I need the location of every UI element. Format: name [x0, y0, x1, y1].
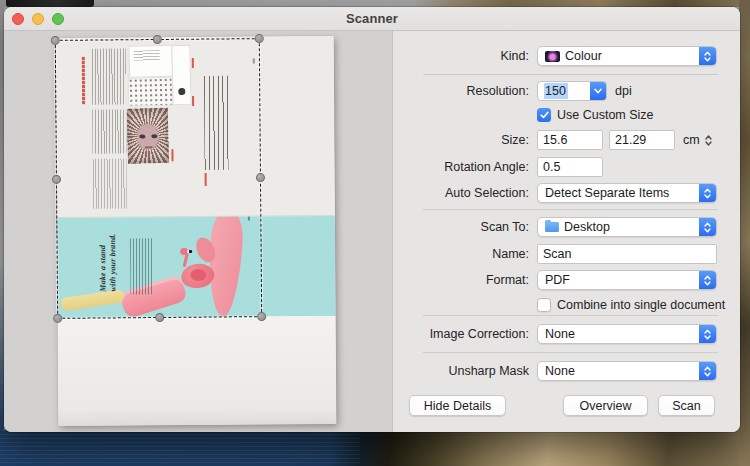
image-correction-row: Image Correction: None	[393, 324, 717, 344]
resolution-row: Resolution: 150 dpi	[393, 81, 632, 101]
unsharp-mask-row: Unsharp Mask None	[393, 361, 717, 381]
up-down-chevrons-icon	[699, 184, 716, 202]
unsharp-mask-value: None	[545, 364, 575, 378]
auto-selection-label: Auto Selection:	[393, 186, 537, 200]
image-correction-value: None	[545, 327, 575, 341]
overview-button[interactable]: Overview	[563, 395, 648, 416]
separator	[423, 74, 718, 75]
desktop-right-cliff	[739, 0, 750, 466]
up-down-chevrons-icon	[699, 271, 716, 289]
use-custom-size-checkbox[interactable]	[537, 108, 551, 122]
image-correction-popup[interactable]: None	[537, 324, 717, 344]
use-custom-size-label: Use Custom Size	[557, 108, 654, 122]
scan-to-popup[interactable]: Desktop	[537, 217, 717, 237]
up-down-chevrons-icon	[699, 362, 716, 380]
name-row: Name:	[393, 244, 717, 264]
window-title: Scanner	[4, 7, 740, 30]
resolution-combo[interactable]: 150	[537, 81, 607, 101]
desktop-dark-object	[6, 0, 94, 7]
chevron-down-icon	[590, 82, 606, 100]
resolution-label: Resolution:	[393, 84, 537, 98]
auto-selection-popup[interactable]: Detect Separate Items	[537, 183, 717, 203]
selection-handle-top-middle[interactable]	[152, 35, 161, 44]
selection-handle-top-left[interactable]	[51, 36, 60, 45]
separator	[423, 315, 718, 316]
kind-row: Kind: Colour	[393, 46, 717, 66]
use-custom-size-row: Use Custom Size	[537, 105, 654, 125]
selection-handle-middle-left[interactable]	[52, 174, 61, 183]
scan-to-row: Scan To: Desktop	[393, 217, 717, 237]
scan-to-value: Desktop	[564, 220, 610, 234]
blank-paper-bottom	[58, 316, 337, 426]
up-down-chevrons-icon	[699, 218, 716, 236]
desktop-top-strip	[0, 0, 750, 7]
selection-marquee[interactable]	[55, 38, 262, 319]
selection-handle-bottom-middle[interactable]	[155, 313, 164, 322]
auto-selection-value: Detect Separate Items	[545, 186, 669, 200]
unit-stepper-icon[interactable]	[705, 135, 712, 146]
scan-preview-pane[interactable]: Make a stand with your brand.	[4, 31, 393, 432]
scanner-window: Scanner	[4, 7, 740, 432]
resolution-value: 150	[544, 83, 568, 99]
combine-label: Combine into single document	[557, 298, 725, 312]
rotation-angle-label: Rotation Angle:	[393, 160, 537, 174]
colour-photo-icon	[545, 51, 560, 62]
separator	[423, 352, 718, 353]
format-popup[interactable]: PDF	[537, 270, 717, 290]
scan-to-label: Scan To:	[393, 220, 537, 234]
size-width-field[interactable]	[537, 130, 603, 150]
name-field[interactable]	[537, 244, 717, 264]
rotation-angle-field[interactable]	[537, 157, 603, 177]
separator	[423, 209, 718, 210]
selection-handle-bottom-right[interactable]	[257, 312, 266, 321]
settings-panel: Kind: Colour Resolution: 150	[393, 31, 740, 432]
size-label: Size:	[393, 133, 537, 147]
format-label: Format:	[393, 273, 537, 287]
size-height-field[interactable]	[609, 130, 675, 150]
auto-selection-row: Auto Selection: Detect Separate Items	[393, 183, 717, 203]
cm-unit-label: cm	[683, 133, 700, 147]
titlebar[interactable]: Scanner	[4, 7, 740, 31]
folder-icon	[545, 222, 559, 232]
format-row: Format: PDF	[393, 270, 717, 290]
size-row: Size: cm	[393, 130, 712, 150]
desktop-ocean-cliff	[0, 430, 750, 466]
combine-row: Combine into single document	[537, 295, 725, 315]
up-down-chevrons-icon	[699, 47, 716, 65]
kind-value: Colour	[565, 49, 602, 63]
format-value: PDF	[545, 273, 570, 287]
selection-handle-middle-right[interactable]	[256, 173, 265, 182]
hide-details-button[interactable]: Hide Details	[409, 395, 506, 416]
image-correction-label: Image Correction:	[393, 327, 537, 341]
unsharp-mask-label: Unsharp Mask	[393, 364, 537, 378]
up-down-chevrons-icon	[699, 325, 716, 343]
kind-popup[interactable]: Colour	[537, 46, 717, 66]
selection-handle-bottom-left[interactable]	[53, 314, 62, 323]
unsharp-mask-popup[interactable]: None	[537, 361, 717, 381]
checkmark-icon	[541, 112, 548, 117]
dpi-unit-label: dpi	[615, 84, 632, 98]
kind-label: Kind:	[393, 49, 537, 63]
scan-button[interactable]: Scan	[658, 395, 715, 416]
selection-handle-top-right[interactable]	[255, 34, 264, 43]
combine-checkbox[interactable]	[537, 298, 551, 312]
name-label: Name:	[393, 247, 537, 261]
rotation-angle-row: Rotation Angle:	[393, 157, 603, 177]
